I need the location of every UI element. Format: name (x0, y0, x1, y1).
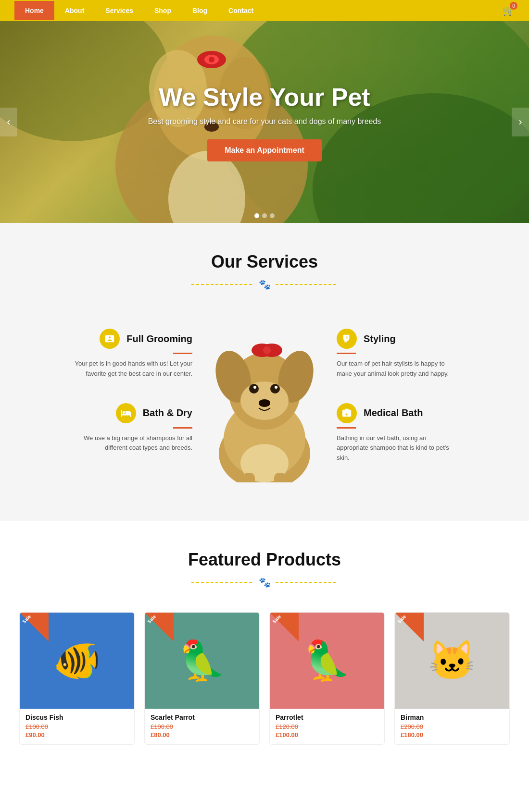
sale-ribbon-3: Sale (270, 613, 299, 641)
product-name-parrotlet: Parrotlet (276, 714, 378, 721)
product-image-fish: Sale 🐠 (20, 613, 134, 709)
svg-point-9 (209, 57, 214, 62)
sale-label-3: Sale (271, 614, 282, 624)
medical-underline (337, 427, 356, 429)
bath-underline (173, 427, 192, 429)
product-name-birman: Birman (401, 714, 504, 721)
grooming-icon-circle (100, 329, 120, 349)
products-section: Featured Products 🐾 Sale 🐠 Discus Fish £… (0, 521, 529, 783)
product-prices-birman: £200.00 £180.00 (401, 723, 504, 738)
hero-section: ‹ We Style Your Pet Best grooming style … (0, 21, 529, 223)
hero-title: We Style Your Pet (148, 83, 381, 111)
nav-item-about[interactable]: About (54, 1, 95, 20)
bath-desc: We use a big range of shampoos for all d… (72, 433, 192, 454)
medical-icon-circle (337, 403, 357, 423)
nav-item-home[interactable]: Home (14, 1, 54, 20)
hero-dot-2[interactable] (262, 213, 267, 218)
service-name-medical: Medical Bath (364, 407, 423, 418)
service-header-grooming: Full Grooming (100, 329, 192, 349)
hero-dots (254, 213, 275, 218)
nav-item-contact[interactable]: Contact (218, 1, 264, 20)
product-prices-parrotlet: £120.00 £100.00 (276, 723, 378, 738)
products-divider-left (191, 582, 254, 583)
sale-ribbon-4: Sale (395, 613, 424, 641)
service-item-bath: Bath & Dry We use a big range of shampoo… (19, 403, 192, 454)
services-right: Styling Our team of pet hair stylists is… (337, 314, 510, 463)
product-card-1[interactable]: Sale 🐠 Discus Fish £100.00 £90.00 (19, 612, 135, 745)
svg-rect-28 (274, 473, 286, 482)
sale-label-4: Sale (396, 614, 407, 624)
sale-ribbon-1: Sale (20, 613, 49, 641)
product-original-price-fish: £100.00 (25, 723, 128, 730)
product-card-2[interactable]: Sale 🦜 Scarlet Parrot £100.00 £80.00 (144, 612, 260, 745)
product-original-price-parrot: £100.00 (151, 723, 253, 730)
product-sale-price-birman: £180.00 (401, 731, 504, 738)
grooming-desc: Your pet is in good hands with us! Let y… (72, 359, 192, 379)
product-info-parrot: Scarlet Parrot £100.00 £80.00 (145, 709, 259, 744)
cart-badge: 0 (510, 2, 517, 10)
product-image-parrot: Sale 🦜 (145, 613, 259, 709)
product-original-price-parrotlet: £120.00 (276, 723, 378, 730)
products-divider: 🐾 (19, 577, 510, 588)
sale-label-2: Sale (146, 614, 157, 624)
hero-cta-button[interactable]: Make an Appointment (207, 139, 322, 161)
products-divider-right (276, 582, 338, 583)
cart-button[interactable]: 🛒 0 (503, 5, 515, 16)
styling-icon-circle (337, 329, 357, 349)
product-prices-fish: £100.00 £90.00 (25, 723, 128, 738)
sale-ribbon-2: Sale (145, 613, 174, 641)
service-item-medical: Medical Bath Bathing in our vet bath, us… (337, 403, 510, 463)
service-name-styling: Styling (364, 333, 396, 344)
styling-icon (341, 333, 352, 344)
product-card-3[interactable]: Sale 🦜 Parrotlet £120.00 £100.00 (269, 612, 385, 745)
services-grid: Full Grooming Your pet is in good hands … (19, 314, 510, 482)
products-paw-icon: 🐾 (259, 577, 271, 588)
product-name-parrot: Scarlet Parrot (151, 714, 253, 721)
services-center (192, 314, 337, 482)
nav-item-shop[interactable]: Shop (144, 1, 182, 20)
services-dog (197, 314, 332, 482)
product-sale-price-parrotlet: £100.00 (276, 731, 378, 738)
product-card-4[interactable]: Sale 🐱 Birman £200.00 £180.00 (394, 612, 510, 745)
hero-dot-3[interactable] (270, 213, 275, 218)
nav-item-blog[interactable]: Blog (182, 1, 218, 20)
divider-line-left (191, 284, 254, 285)
service-name-grooming: Full Grooming (126, 333, 192, 344)
svg-point-20 (253, 386, 256, 389)
svg-point-25 (263, 346, 271, 354)
bath-icon (121, 408, 131, 418)
grooming-underline (173, 353, 192, 354)
medical-icon (341, 408, 352, 418)
nav-item-services[interactable]: Services (95, 1, 144, 20)
svg-point-22 (259, 399, 270, 407)
bath-icon-circle (116, 403, 136, 423)
product-prices-parrot: £100.00 £80.00 (151, 723, 253, 738)
product-info-parrotlet: Parrotlet £120.00 £100.00 (270, 709, 384, 744)
svg-rect-27 (243, 473, 255, 482)
product-sale-price-parrot: £80.00 (151, 731, 253, 738)
navbar: Home About Services Shop Blog Contact 🛒 … (0, 0, 529, 21)
products-title: Featured Products (19, 550, 510, 570)
service-header-bath: Bath & Dry (116, 403, 192, 423)
product-image-parrotlet: Sale 🦜 (270, 613, 384, 709)
paw-icon: 🐾 (259, 279, 271, 290)
services-divider: 🐾 (19, 279, 510, 290)
nav-menu: Home About Services Shop Blog Contact (14, 1, 503, 20)
product-info-birman: Birman £200.00 £180.00 (395, 709, 509, 744)
services-left: Full Grooming Your pet is in good hands … (19, 314, 192, 453)
sale-label-1: Sale (21, 614, 32, 624)
hero-dot-1[interactable] (254, 213, 259, 218)
styling-desc: Our team of pet hair stylists is happy t… (337, 359, 457, 379)
svg-point-18 (249, 384, 259, 394)
hero-next-button[interactable]: › (512, 108, 529, 136)
product-name-fish: Discus Fish (25, 714, 128, 721)
svg-point-21 (275, 386, 277, 389)
hero-prev-button[interactable]: ‹ (0, 108, 17, 136)
styling-underline (337, 353, 356, 354)
service-header-medical: Medical Bath (337, 403, 423, 423)
divider-line-right (276, 284, 338, 285)
services-section: Our Services 🐾 Full Grooming Your pet is… (0, 223, 529, 521)
hero-content: We Style Your Pet Best grooming style an… (148, 83, 381, 161)
service-name-bath: Bath & Dry (143, 407, 192, 418)
grooming-icon (104, 333, 115, 344)
